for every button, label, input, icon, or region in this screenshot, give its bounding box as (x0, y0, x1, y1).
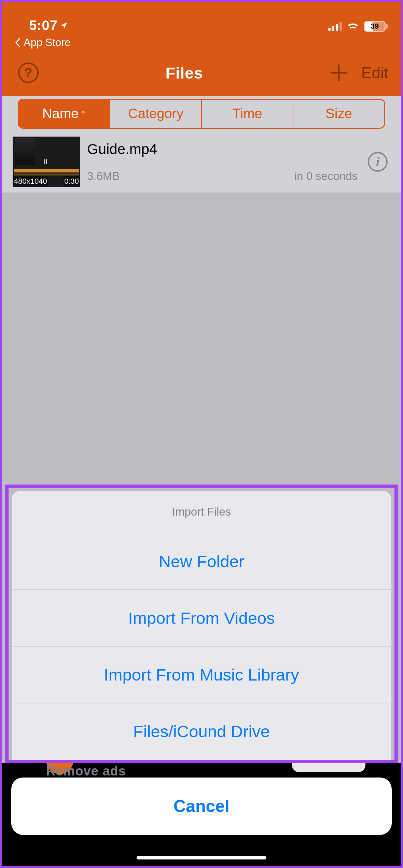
battery-icon: 39 (364, 21, 388, 32)
file-age: in 0 seconds (294, 170, 358, 183)
sheet-new-folder[interactable]: New Folder (12, 533, 391, 589)
file-meta: Guide.mp4 3.6MB in 0 seconds (87, 141, 368, 183)
file-name: Guide.mp4 (87, 141, 368, 157)
nav-bar: ? Files Edit (2, 50, 401, 96)
add-button[interactable] (330, 64, 348, 82)
app-frame: 5:07 39 App Store (2, 2, 401, 866)
segment-name-label: Name (42, 106, 79, 121)
sort-arrow-up-icon: ↑ (80, 107, 86, 121)
plus-icon (330, 64, 348, 82)
sort-segmented-row: Name↑ Category Time Size (2, 96, 401, 131)
action-sheet-highlight-border: Import Files New Folder Import From Vide… (5, 485, 398, 763)
wifi-icon (347, 22, 359, 31)
segment-name[interactable]: Name↑ (19, 100, 110, 128)
file-subrow: 3.6MB in 0 seconds (87, 170, 368, 183)
segment-size[interactable]: Size (293, 100, 384, 128)
import-action-sheet: Import Files New Folder Import From Vide… (12, 491, 391, 760)
status-bar: 5:07 39 (2, 2, 401, 36)
back-to-app-store[interactable]: App Store (2, 36, 401, 50)
breadcrumb-label: App Store (24, 37, 71, 49)
sheet-title: Import Files (12, 491, 391, 533)
sort-segmented-control: Name↑ Category Time Size (18, 99, 385, 129)
file-row[interactable]: ⏸ 480x1040 0:30 Guide.mp4 3.6MB in 0 sec… (2, 131, 401, 193)
sheet-import-music[interactable]: Import From Music Library (12, 646, 391, 703)
edit-button[interactable]: Edit (361, 64, 388, 82)
location-arrow-icon (60, 22, 68, 30)
thumb-resolution: 480x1040 (13, 176, 48, 186)
thumb-duration: 0:30 (64, 176, 80, 186)
cancel-button[interactable]: Cancel (11, 778, 392, 835)
video-thumbnail: ⏸ 480x1040 0:30 (13, 137, 80, 187)
battery-percentage: 39 (365, 22, 385, 31)
sheet-import-videos[interactable]: Import From Videos (12, 589, 391, 646)
sheet-files-icloud[interactable]: Files/iCound Drive (12, 703, 391, 760)
file-info-button[interactable]: i (368, 152, 388, 172)
file-size: 3.6MB (87, 170, 120, 183)
help-button[interactable]: ? (18, 62, 39, 83)
status-time: 5:07 (29, 18, 58, 33)
info-icon: i (376, 154, 380, 169)
status-left: 5:07 (29, 18, 68, 33)
remove-ads-text-fragment: Remove ads (46, 764, 126, 779)
nav-actions: Edit (330, 64, 388, 82)
cellular-signal-icon (328, 22, 342, 31)
help-icon: ? (24, 66, 32, 80)
status-right: 39 (328, 21, 388, 33)
back-chevron-icon (15, 38, 22, 47)
page-title: Files (39, 64, 330, 82)
segment-time[interactable]: Time (202, 100, 293, 128)
home-indicator[interactable] (137, 856, 266, 859)
segment-category[interactable]: Category (110, 100, 202, 128)
